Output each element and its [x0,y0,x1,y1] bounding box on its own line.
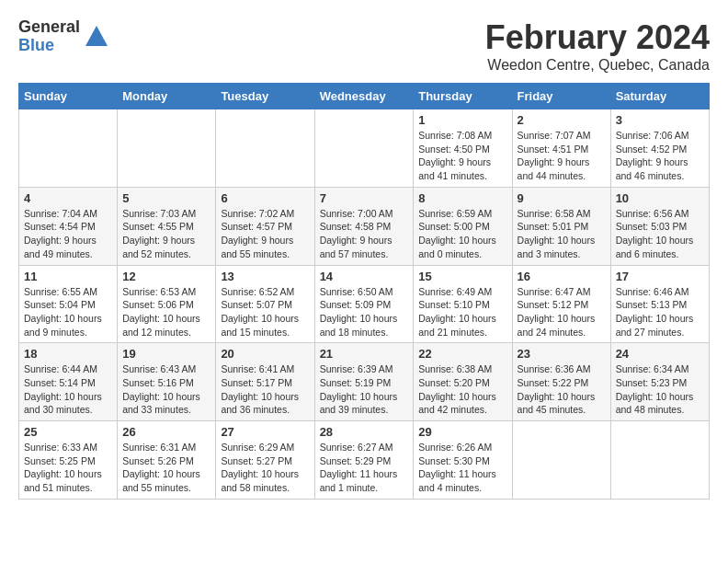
calendar-cell [19,109,118,188]
day-info: Sunrise: 6:52 AM Sunset: 5:07 PM Dayligh… [221,285,309,339]
week-row-5: 25Sunrise: 6:33 AM Sunset: 5:25 PM Dayli… [19,421,710,500]
day-number: 6 [221,191,309,205]
day-number: 8 [418,191,506,205]
day-info: Sunrise: 6:36 AM Sunset: 5:22 PM Dayligh… [518,362,606,417]
day-info: Sunrise: 6:53 AM Sunset: 5:06 PM Dayligh… [122,285,210,339]
day-number: 7 [320,191,409,205]
calendar-cell: 13Sunrise: 6:52 AM Sunset: 5:07 PM Dayli… [216,265,314,343]
calendar-cell: 9Sunrise: 6:58 AM Sunset: 5:01 PM Daylig… [512,187,610,265]
day-info: Sunrise: 6:58 AM Sunset: 5:01 PM Dayligh… [518,207,606,261]
day-info: Sunrise: 6:39 AM Sunset: 5:19 PM Dayligh… [320,362,409,417]
calendar-cell: 16Sunrise: 6:47 AM Sunset: 5:12 PM Dayli… [512,265,610,343]
day-number: 10 [616,191,704,205]
calendar-cell: 28Sunrise: 6:27 AM Sunset: 5:29 PM Dayli… [314,421,414,500]
calendar-cell: 3Sunrise: 7:06 AM Sunset: 4:52 PM Daylig… [610,109,709,188]
calendar-cell: 29Sunrise: 6:26 AM Sunset: 5:30 PM Dayli… [414,421,512,500]
day-info: Sunrise: 6:26 AM Sunset: 5:30 PM Dayligh… [418,441,506,495]
day-number: 24 [616,347,704,361]
day-info: Sunrise: 6:34 AM Sunset: 5:23 PM Dayligh… [616,362,704,417]
day-number: 29 [418,425,506,439]
logo-text: General Blue [18,18,80,55]
calendar-cell: 19Sunrise: 6:43 AM Sunset: 5:16 PM Dayli… [118,343,216,421]
calendar-cell: 12Sunrise: 6:53 AM Sunset: 5:06 PM Dayli… [118,265,216,343]
day-number: 14 [320,270,409,283]
calendar-cell: 22Sunrise: 6:38 AM Sunset: 5:20 PM Dayli… [414,343,512,421]
week-row-3: 11Sunrise: 6:55 AM Sunset: 5:04 PM Dayli… [19,265,710,343]
day-info: Sunrise: 7:08 AM Sunset: 4:50 PM Dayligh… [418,129,506,183]
day-number: 27 [221,425,309,439]
day-number: 26 [122,425,210,439]
calendar-cell: 24Sunrise: 6:34 AM Sunset: 5:23 PM Dayli… [610,343,709,421]
day-info: Sunrise: 7:06 AM Sunset: 4:52 PM Dayligh… [616,129,704,183]
day-number: 22 [418,347,506,361]
calendar-cell: 25Sunrise: 6:33 AM Sunset: 5:25 PM Dayli… [19,421,118,500]
day-info: Sunrise: 6:29 AM Sunset: 5:27 PM Dayligh… [221,441,309,495]
day-info: Sunrise: 7:04 AM Sunset: 4:54 PM Dayligh… [24,207,112,261]
day-number: 20 [221,347,309,361]
day-info: Sunrise: 6:41 AM Sunset: 5:17 PM Dayligh… [221,362,309,417]
day-number: 25 [24,425,112,439]
calendar-cell [118,109,216,188]
day-number: 5 [122,191,210,205]
calendar-cell: 26Sunrise: 6:31 AM Sunset: 5:26 PM Dayli… [118,421,216,500]
title-area: February 2024 Weedon Centre, Quebec, Can… [485,18,710,74]
weekday-header-thursday: Thursday [414,84,512,109]
calendar-cell: 10Sunrise: 6:56 AM Sunset: 5:03 PM Dayli… [610,187,709,265]
day-number: 12 [122,270,210,283]
day-info: Sunrise: 6:49 AM Sunset: 5:10 PM Dayligh… [418,285,506,339]
day-info: Sunrise: 7:02 AM Sunset: 4:57 PM Dayligh… [221,207,309,261]
logo-icon [84,24,109,50]
day-number: 13 [221,270,309,283]
weekday-header-wednesday: Wednesday [314,84,414,109]
svg-marker-0 [85,26,108,46]
calendar-cell [216,109,314,188]
calendar-cell [512,421,610,500]
day-number: 11 [24,270,112,283]
day-number: 19 [122,347,210,361]
calendar-cell: 17Sunrise: 6:46 AM Sunset: 5:13 PM Dayli… [610,265,709,343]
logo: General Blue [18,18,109,55]
header: General Blue February 2024 Weedon Centre… [18,18,710,74]
calendar-cell: 4Sunrise: 7:04 AM Sunset: 4:54 PM Daylig… [19,187,118,265]
week-row-4: 18Sunrise: 6:44 AM Sunset: 5:14 PM Dayli… [19,343,710,421]
day-info: Sunrise: 6:43 AM Sunset: 5:16 PM Dayligh… [122,362,210,417]
weekday-header-friday: Friday [512,84,610,109]
weekday-header-row: SundayMondayTuesdayWednesdayThursdayFrid… [19,84,710,109]
day-number: 18 [24,347,112,361]
calendar-cell: 27Sunrise: 6:29 AM Sunset: 5:27 PM Dayli… [216,421,314,500]
calendar-cell: 7Sunrise: 7:00 AM Sunset: 4:58 PM Daylig… [314,187,414,265]
day-info: Sunrise: 6:27 AM Sunset: 5:29 PM Dayligh… [320,441,409,495]
calendar-cell: 21Sunrise: 6:39 AM Sunset: 5:19 PM Dayli… [314,343,414,421]
calendar-cell: 15Sunrise: 6:49 AM Sunset: 5:10 PM Dayli… [414,265,512,343]
day-info: Sunrise: 6:33 AM Sunset: 5:25 PM Dayligh… [24,441,112,495]
week-row-1: 1Sunrise: 7:08 AM Sunset: 4:50 PM Daylig… [19,109,710,188]
weekday-header-saturday: Saturday [610,84,709,109]
day-number: 2 [518,113,606,127]
day-number: 1 [418,113,506,127]
day-number: 28 [320,425,409,439]
calendar-cell: 14Sunrise: 6:50 AM Sunset: 5:09 PM Dayli… [314,265,414,343]
month-title: February 2024 [485,18,710,57]
day-info: Sunrise: 6:47 AM Sunset: 5:12 PM Dayligh… [518,285,606,339]
day-number: 4 [24,191,112,205]
day-info: Sunrise: 6:50 AM Sunset: 5:09 PM Dayligh… [320,285,409,339]
logo-blue: Blue [18,37,80,55]
day-number: 16 [518,270,606,283]
calendar-cell [610,421,709,500]
calendar-table: SundayMondayTuesdayWednesdayThursdayFrid… [18,83,710,500]
calendar-cell: 23Sunrise: 6:36 AM Sunset: 5:22 PM Dayli… [512,343,610,421]
day-number: 3 [616,113,704,127]
day-info: Sunrise: 6:55 AM Sunset: 5:04 PM Dayligh… [24,285,112,339]
day-number: 9 [518,191,606,205]
day-info: Sunrise: 7:07 AM Sunset: 4:51 PM Dayligh… [518,129,606,183]
calendar-cell: 8Sunrise: 6:59 AM Sunset: 5:00 PM Daylig… [414,187,512,265]
week-row-2: 4Sunrise: 7:04 AM Sunset: 4:54 PM Daylig… [19,187,710,265]
calendar-cell: 6Sunrise: 7:02 AM Sunset: 4:57 PM Daylig… [216,187,314,265]
day-info: Sunrise: 7:00 AM Sunset: 4:58 PM Dayligh… [320,207,409,261]
weekday-header-monday: Monday [118,84,216,109]
calendar-cell: 2Sunrise: 7:07 AM Sunset: 4:51 PM Daylig… [512,109,610,188]
day-info: Sunrise: 6:59 AM Sunset: 5:00 PM Dayligh… [418,207,506,261]
calendar-cell: 20Sunrise: 6:41 AM Sunset: 5:17 PM Dayli… [216,343,314,421]
day-info: Sunrise: 6:44 AM Sunset: 5:14 PM Dayligh… [24,362,112,417]
weekday-header-sunday: Sunday [19,84,118,109]
